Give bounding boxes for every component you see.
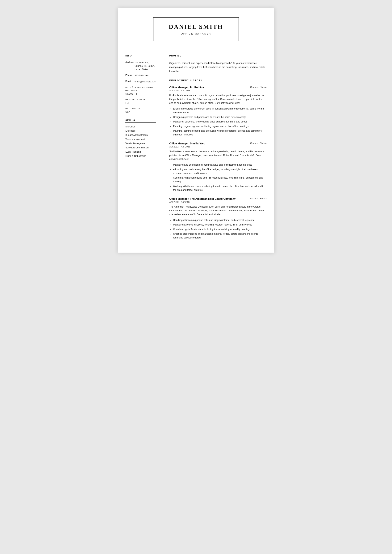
bullet-item: Working with the corporate marketing tea… bbox=[173, 184, 267, 192]
bullet-item: Handling all incoming phone calls and tr… bbox=[173, 218, 267, 222]
job-header-propublica: Office Manager, ProPublica Orlando, Flor… bbox=[169, 86, 267, 89]
phone-value: 890-555-0401 bbox=[134, 74, 149, 77]
address-value: 143 Main Ave,Orlando, FL, 32804,United S… bbox=[134, 61, 155, 71]
email-link[interactable]: email@example.com bbox=[134, 80, 156, 83]
nationality-label: NATIONALITY bbox=[125, 107, 156, 110]
bullet-item: Coordinating staff calendars, including … bbox=[173, 227, 267, 231]
header-box: DANIEL SMITH OFFICE MANAGER bbox=[153, 17, 239, 41]
email-label: Email bbox=[125, 80, 134, 83]
job-similiarweb: Office Manager, SimiliarWeb Orlando, Flo… bbox=[169, 142, 267, 192]
skill-schedule: Schedule Coordination bbox=[125, 146, 156, 149]
employment-section: EMPLOYMENT HISTORY Office Manager, ProPu… bbox=[169, 79, 267, 240]
skills-section-title: SKILLS bbox=[125, 119, 156, 123]
skill-budget: Budget Administration bbox=[125, 134, 156, 136]
job-desc-real-estate: The American Real Estate Company buys, s… bbox=[169, 205, 267, 216]
job-title-propublica: Office Manager, ProPublica bbox=[169, 86, 204, 89]
bullet-item: Managing, selecting, and ordering office… bbox=[173, 120, 267, 124]
skills-list: MS Office Expenses Budget Administration… bbox=[125, 125, 156, 157]
job-dates-real-estate: Apr 2010 – Apr 2012 bbox=[169, 201, 267, 203]
skill-vendor-mgmt: Vendor Management bbox=[125, 142, 156, 145]
email-value: email@example.com bbox=[134, 80, 156, 83]
job-title-real-estate: Office Manager, The American Real Estate… bbox=[169, 197, 236, 200]
job-bullets-propublica: Ensuring coverage of the front desk, in … bbox=[169, 107, 267, 137]
job-desc-propublica: ProPublica is an American nonprofit orga… bbox=[169, 93, 267, 105]
skill-team-mgmt: Team Management bbox=[125, 138, 156, 141]
bullet-item: Ensuring coverage of the front desk, in … bbox=[173, 107, 267, 114]
dob-label: DATE / PLACE OF BIRTH bbox=[125, 86, 156, 88]
job-real-estate: Office Manager, The American Real Estate… bbox=[169, 197, 267, 240]
job-dates-propublica: Apr 2015 – Apr 2018 bbox=[169, 89, 267, 92]
candidate-name: DANIEL SMITH bbox=[169, 23, 223, 30]
skill-event-planning: Event Planning bbox=[125, 151, 156, 153]
bullet-item: Allocating and maintaining the office bu… bbox=[173, 167, 267, 175]
address-row: Address 143 Main Ave,Orlando, FL, 32804,… bbox=[125, 61, 156, 71]
job-header-similiarweb: Office Manager, SimiliarWeb Orlando, Flo… bbox=[169, 142, 267, 145]
job-bullets-real-estate: Handling all incoming phone calls and tr… bbox=[169, 218, 267, 240]
bullet-item: Planning, communicating, and executing w… bbox=[173, 129, 267, 137]
bullet-item: Coordinating human capital and HR respon… bbox=[173, 176, 267, 184]
bullet-item: Managing and delegating all administrati… bbox=[173, 163, 267, 167]
sidebar: INFO Address 143 Main Ave,Orlando, FL, 3… bbox=[118, 49, 162, 253]
phone-label: Phone bbox=[125, 74, 134, 77]
driving-label: DRIVING LICENSE bbox=[125, 98, 156, 101]
main-content: PROFILE Organized, efficient, and experi… bbox=[162, 49, 274, 253]
job-dates-similiarweb: Apr 2012 – Apr 2015 bbox=[169, 145, 267, 148]
phone-row: Phone 890-555-0401 bbox=[125, 74, 156, 77]
driving-value: Full bbox=[125, 101, 156, 105]
email-row: Email email@example.com bbox=[125, 80, 156, 83]
job-location-real-estate: Orlando, Florida bbox=[250, 197, 267, 200]
job-propublica: Office Manager, ProPublica Orlando, Flor… bbox=[169, 86, 267, 137]
body-layout: INFO Address 143 Main Ave,Orlando, FL, 3… bbox=[118, 49, 274, 253]
bullet-item: Planning, organizing, and facilitating r… bbox=[173, 124, 267, 128]
job-desc-similiarweb: SimiliarWeb is an American insurance bro… bbox=[169, 150, 267, 161]
dob-value: 05/10/1983Orlando, FL bbox=[125, 89, 156, 96]
nationality-value: USA bbox=[125, 110, 156, 114]
skill-hiring: Hiring & Onboarding bbox=[125, 155, 156, 157]
resume-page: DANIEL SMITH OFFICE MANAGER INFO Address… bbox=[118, 8, 274, 253]
skills-section: SKILLS MS Office Expenses Budget Adminis… bbox=[125, 119, 156, 157]
candidate-title: OFFICE MANAGER bbox=[169, 32, 223, 35]
job-title-similiarweb: Office Manager, SimiliarWeb bbox=[169, 142, 205, 145]
job-bullets-similiarweb: Managing and delegating all administrati… bbox=[169, 163, 267, 192]
profile-text: Organized, efficient, and experienced Of… bbox=[169, 61, 267, 73]
profile-section: PROFILE Organized, efficient, and experi… bbox=[169, 55, 267, 73]
job-location-propublica: Orlando, Florida bbox=[250, 86, 267, 89]
bullet-item: Designing systems and processes to ensur… bbox=[173, 115, 267, 119]
header-section: DANIEL SMITH OFFICE MANAGER bbox=[118, 8, 274, 49]
bullet-item: Managing all office functions, including… bbox=[173, 223, 267, 227]
job-location-similiarweb: Orlando, Florida bbox=[250, 142, 267, 145]
skill-ms-office: MS Office bbox=[125, 125, 156, 128]
skill-expenses: Expenses bbox=[125, 130, 156, 132]
profile-title: PROFILE bbox=[169, 55, 267, 58]
employment-title: EMPLOYMENT HISTORY bbox=[169, 79, 267, 83]
info-section-title: INFO bbox=[125, 55, 156, 58]
info-section: INFO Address 143 Main Ave,Orlando, FL, 3… bbox=[125, 55, 156, 114]
job-header-real-estate: Office Manager, The American Real Estate… bbox=[169, 197, 267, 200]
bullet-item: Creating presentations and marketing mat… bbox=[173, 232, 267, 240]
address-label: Address bbox=[125, 61, 134, 71]
